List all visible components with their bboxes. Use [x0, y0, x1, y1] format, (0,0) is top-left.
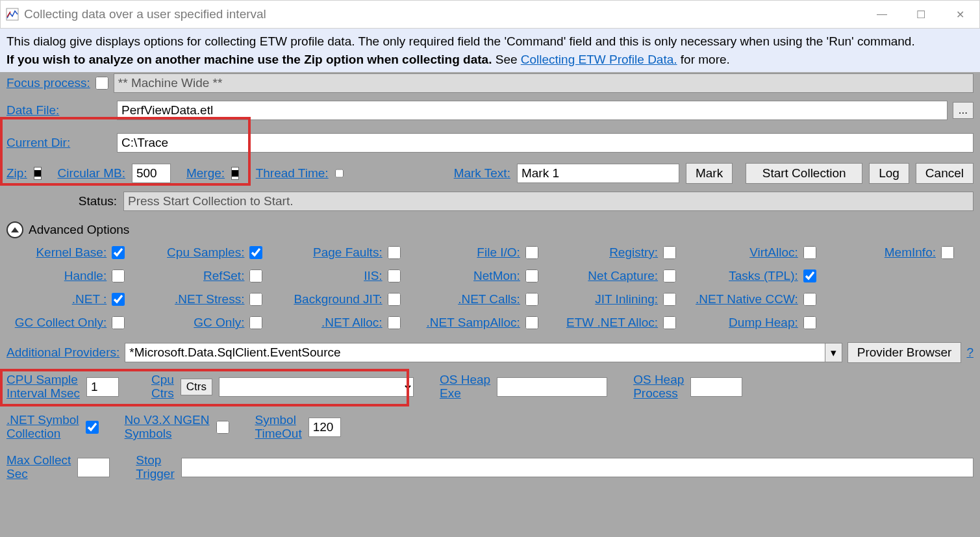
merge-label[interactable]: Merge:	[186, 166, 225, 181]
data-file-input[interactable]	[117, 101, 948, 120]
no-ngen-symbols-label[interactable]: No V3.X NGENSymbols	[125, 414, 210, 441]
data-file-label[interactable]: Data File:	[6, 103, 112, 118]
provider-browser-button[interactable]: Provider Browser	[848, 342, 962, 363]
stop-trigger-input[interactable]	[181, 458, 974, 477]
registry-checkbox[interactable]	[663, 246, 676, 259]
advanced-expander-toggle[interactable]	[6, 221, 23, 238]
dotnet-calls-label[interactable]: .NET Calls:	[458, 292, 520, 306]
zip-checkbox[interactable]	[34, 167, 42, 180]
thread-time-checkbox[interactable]	[335, 167, 344, 180]
dotnet-alloc-label[interactable]: .NET Alloc:	[321, 316, 383, 330]
close-button[interactable]: ✕	[940, 1, 979, 28]
no-ngen-symbols-checkbox[interactable]	[216, 421, 229, 434]
net-capture-checkbox[interactable]	[663, 269, 676, 282]
circular-mb-input[interactable]	[132, 164, 171, 183]
etw-alloc-label[interactable]: ETW .NET Alloc:	[566, 316, 658, 330]
dotnet-stress-label[interactable]: .NET Stress:	[175, 292, 244, 306]
kernel-base-label[interactable]: Kernel Base:	[36, 245, 107, 260]
file-io-label[interactable]: File I/O:	[477, 245, 520, 260]
handle-checkbox[interactable]	[112, 269, 125, 282]
log-button[interactable]: Log	[869, 163, 909, 184]
zip-label[interactable]: Zip:	[6, 166, 27, 181]
os-heap-exe-label[interactable]: OS HeapExe	[440, 373, 490, 401]
max-collect-sec-label[interactable]: Max CollectSec	[6, 454, 71, 481]
stop-trigger-label[interactable]: StopTrigger	[136, 454, 174, 481]
net-capture-label[interactable]: Net Capture:	[588, 269, 658, 283]
netmon-checkbox[interactable]	[525, 269, 538, 282]
cpu-samples-checkbox[interactable]	[249, 246, 262, 259]
tasks-tpl-checkbox[interactable]	[803, 269, 816, 282]
thread-time-label[interactable]: Thread Time:	[256, 167, 329, 181]
cpu-ctrs-button[interactable]: Ctrs	[181, 379, 212, 395]
samp-alloc-checkbox[interactable]	[525, 316, 538, 329]
iis-label[interactable]: IIS:	[364, 269, 383, 283]
focus-process-checkbox[interactable]	[95, 77, 108, 90]
native-ccw-checkbox[interactable]	[803, 293, 816, 306]
dotnet-calls-checkbox[interactable]	[525, 293, 538, 306]
provider-help-link[interactable]: ?	[966, 345, 974, 360]
circular-mb-label[interactable]: Circular MB:	[57, 167, 125, 181]
cpu-ctrs-select[interactable]	[219, 377, 414, 397]
iis-checkbox[interactable]	[388, 269, 401, 282]
current-dir-label[interactable]: Current Dir:	[6, 136, 112, 150]
cpu-sample-interval-input[interactable]	[86, 377, 119, 397]
symbol-timeout-label[interactable]: SymbolTimeOut	[255, 414, 302, 441]
refset-label[interactable]: RefSet:	[203, 269, 244, 283]
gc-collect-checkbox[interactable]	[112, 316, 125, 329]
jit-inlining-checkbox[interactable]	[663, 293, 676, 306]
meminfo-checkbox[interactable]	[941, 246, 954, 259]
minimize-button[interactable]: —	[862, 1, 901, 28]
mark-text-input[interactable]	[517, 164, 679, 183]
jit-inlining-label[interactable]: JIT Inlining:	[595, 292, 658, 306]
merge-checkbox[interactable]	[231, 167, 239, 180]
mark-text-label[interactable]: Mark Text:	[454, 166, 510, 181]
native-ccw-label[interactable]: .NET Native CCW:	[696, 292, 798, 306]
virtalloc-checkbox[interactable]	[803, 246, 816, 259]
data-file-browse-button[interactable]: ...	[953, 102, 974, 119]
etw-alloc-checkbox[interactable]	[663, 316, 676, 329]
dotnet-checkbox[interactable]	[112, 293, 125, 306]
gc-only-checkbox[interactable]	[249, 316, 262, 329]
tasks-tpl-label[interactable]: Tasks (TPL):	[729, 269, 798, 283]
registry-label[interactable]: Registry:	[609, 245, 658, 260]
os-heap-process-input[interactable]	[690, 377, 742, 397]
dump-heap-checkbox[interactable]	[803, 316, 816, 329]
netmon-label[interactable]: NetMon:	[473, 269, 520, 283]
additional-providers-input[interactable]	[125, 343, 825, 362]
refset-checkbox[interactable]	[249, 269, 262, 282]
page-faults-label[interactable]: Page Faults:	[313, 245, 383, 260]
bg-jit-checkbox[interactable]	[388, 293, 401, 306]
max-collect-sec-input[interactable]	[77, 458, 110, 477]
cpu-sample-interval-label[interactable]: CPU SampleInterval Msec	[6, 373, 80, 401]
mark-button[interactable]: Mark	[686, 163, 733, 184]
dotnet-symbol-collection-checkbox[interactable]	[86, 421, 99, 434]
kernel-base-checkbox[interactable]	[112, 246, 125, 259]
gc-only-label[interactable]: GC Only:	[194, 316, 244, 330]
start-collection-button[interactable]: Start Collection	[746, 163, 862, 184]
os-heap-process-label[interactable]: OS HeapProcess	[633, 373, 684, 401]
symbol-timeout-input[interactable]	[308, 418, 341, 437]
file-io-checkbox[interactable]	[525, 246, 538, 259]
dotnet-stress-checkbox[interactable]	[249, 293, 262, 306]
banner-link[interactable]: Collecting ETW Profile Data.	[521, 53, 677, 66]
bg-jit-label[interactable]: Background JIT:	[294, 292, 382, 306]
os-heap-exe-input[interactable]	[497, 377, 607, 397]
dotnet-alloc-checkbox[interactable]	[388, 316, 401, 329]
cpu-samples-label[interactable]: Cpu Samples:	[167, 245, 244, 260]
samp-alloc-label[interactable]: .NET SampAlloc:	[427, 316, 520, 330]
handle-label[interactable]: Handle:	[64, 269, 107, 283]
dotnet-label[interactable]: .NET :	[72, 292, 107, 306]
meminfo-label[interactable]: MemInfo:	[885, 245, 936, 260]
dump-heap-label[interactable]: Dump Heap:	[729, 316, 798, 330]
additional-providers-label[interactable]: Additional Providers:	[6, 345, 119, 360]
page-faults-checkbox[interactable]	[388, 246, 401, 259]
gc-collect-label[interactable]: GC Collect Only:	[15, 316, 107, 330]
cancel-button[interactable]: Cancel	[916, 163, 974, 184]
maximize-button[interactable]: ☐	[901, 1, 940, 28]
virtalloc-label[interactable]: VirtAlloc:	[749, 245, 798, 260]
additional-providers-dropdown[interactable]: ▾	[825, 343, 842, 362]
current-dir-input[interactable]	[117, 133, 974, 153]
cpu-ctrs-label[interactable]: CpuCtrs	[151, 373, 174, 401]
focus-process-label[interactable]: Focus process:	[6, 76, 90, 90]
dotnet-symbol-collection-label[interactable]: .NET SymbolCollection	[6, 414, 79, 441]
